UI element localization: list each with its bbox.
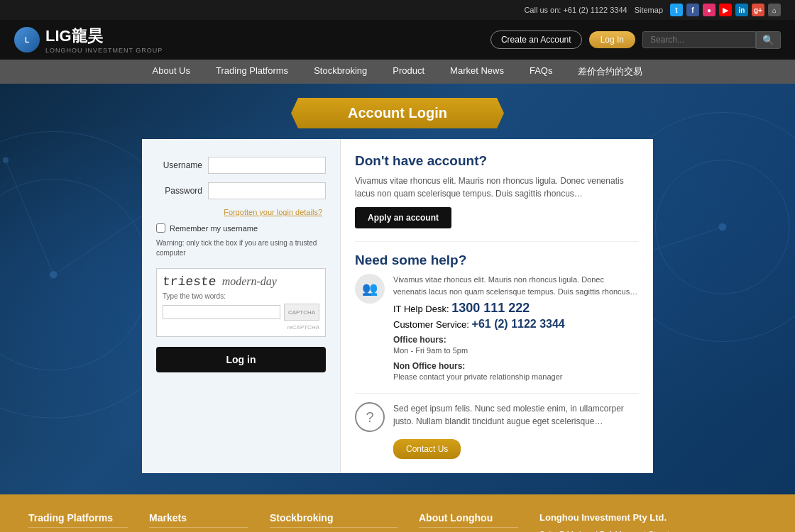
it-help-row: IT Help Desk: 1300 111 222 (393, 301, 639, 316)
footer-col3-title: Stockbroking (270, 512, 398, 528)
login-panel: Username Password Forgotten your login d… (142, 139, 341, 473)
apply-account-button[interactable]: Apply an account (355, 207, 451, 228)
header: L LIG龍昊 LONGHOU INVESTMENT GROUP Create … (0, 20, 795, 60)
instagram-icon-top[interactable]: ● (703, 4, 716, 16)
sitemap-link[interactable]: Sitemap (635, 6, 663, 14)
youtube-icon-top[interactable]: ▶ (719, 4, 732, 16)
nav-about-us[interactable]: About Us (140, 60, 203, 84)
search-input[interactable] (642, 31, 756, 48)
no-account-text: Vivamus vitae rhoncus elit. Mauris non r… (355, 174, 639, 200)
help-body-text: Vivamus vitae rhoncus elit. Mauris non r… (393, 274, 639, 297)
username-label: Username (156, 160, 202, 170)
footer-about-col: About Longhou Invest with us Client mone… (419, 512, 518, 532)
footer-trading-platforms: Trading Platforms CFD trading platform S… (28, 512, 128, 532)
captcha-words: trieste modern-day (163, 275, 319, 289)
help-people-icon: 👥 (355, 274, 385, 304)
nav-trading-platforms[interactable]: Trading Platforms (203, 60, 301, 84)
social-icons-top: t f ● ▶ in g+ ⌂ (670, 4, 781, 16)
nav-market-news[interactable]: Market News (437, 60, 517, 84)
it-help-label: IT Help Desk: (393, 304, 449, 314)
footer-address-col: Longhou Investment Pty Ltd. Suite 7.11, … (539, 512, 767, 532)
nav-chinese[interactable]: 差价合约的交易 (565, 60, 655, 84)
logo-name: LIG龍昊 (45, 27, 103, 45)
linkedin-icon-top[interactable]: in (735, 4, 748, 16)
forgot-link[interactable]: Forgotten your login details? (156, 208, 326, 216)
contact-body-text: Sed eget ipsum felis. Nunc sed molestie … (393, 402, 639, 428)
home-icon-top[interactable]: ⌂ (768, 4, 781, 16)
office-hours: Office hours: Mon - Fri 9am to 5pm (393, 334, 639, 357)
remember-row: Remember my username (156, 223, 326, 233)
cs-row: Customer Service: +61 (2) 1122 3344 (393, 318, 639, 331)
logo-sub: LONGHOU INVESTMENT GROUP (45, 47, 163, 54)
nav-stockbroking[interactable]: Stockbroking (301, 60, 380, 84)
nav-product[interactable]: Product (380, 60, 437, 84)
username-input[interactable] (208, 157, 326, 174)
password-label: Password (156, 186, 202, 196)
captcha-input-wrapper: CAPTCHA (163, 304, 319, 321)
login-button[interactable]: Log In (589, 31, 635, 48)
main-content: Username Password Forgotten your login d… (142, 139, 653, 473)
footer-address-title: Longhou Investment Pty Ltd. (539, 512, 767, 523)
help-title: Need some help? (355, 253, 639, 268)
password-field: Password (156, 182, 326, 199)
contact-text-group: Sed eget ipsum felis. Nunc sed molestie … (393, 402, 639, 459)
office-hours-title: Office hours: (393, 335, 446, 345)
non-office-text: Please contact your private relationship… (393, 371, 639, 383)
contact-row: ? Sed eget ipsum felis. Nunc sed molesti… (355, 402, 639, 459)
contact-question-icon: ? (355, 402, 385, 432)
svg-point-7 (50, 271, 57, 279)
captcha-word2: modern-day (222, 275, 277, 288)
logo-text-group: LIG龍昊 LONGHOU INVESTMENT GROUP (45, 26, 163, 54)
logo: L LIG龍昊 LONGHOU INVESTMENT GROUP (14, 26, 163, 54)
footer: Trading Platforms CFD trading platform S… (0, 494, 795, 532)
logo-icon: L (14, 27, 40, 52)
facebook-icon-top[interactable]: f (686, 4, 699, 16)
username-field: Username (156, 157, 326, 174)
non-office-title: Non Office hours: (393, 361, 465, 371)
non-office-hours: Non Office hours: Please contact your pr… (393, 360, 639, 383)
password-input[interactable] (208, 182, 326, 199)
captcha-image: CAPTCHA (284, 304, 319, 321)
help-section: Need some help? 👥 Vivamus vitae rhoncus … (355, 241, 639, 459)
svg-line-5 (6, 160, 53, 275)
captcha-label: Type the two words: (163, 292, 226, 300)
footer-top: Trading Platforms CFD trading platform S… (28, 512, 767, 532)
account-login-banner: Account Login (291, 98, 504, 128)
captcha-word1: trieste (162, 275, 216, 289)
footer-col2-title: Markets (149, 512, 248, 528)
footer-col4-title: About Longhou (419, 512, 518, 528)
cs-phone: +61 (2) 1122 3344 (472, 318, 565, 330)
warning-text: Warning: only tick the box if you are us… (156, 238, 326, 258)
captcha-input-row: Type the two words: (163, 292, 319, 300)
help-text: Vivamus vitae rhoncus elit. Mauris non r… (393, 274, 639, 384)
googleplus-icon-top[interactable]: g+ (752, 4, 764, 16)
svg-point-9 (3, 157, 9, 163)
captcha-box: trieste modern-day Type the two words: C… (156, 268, 326, 337)
captcha-logo: reCAPTCHA (163, 324, 319, 331)
nav: About Us Trading Platforms Stockbroking … (0, 60, 795, 84)
captcha-input[interactable] (163, 305, 280, 319)
info-panel: Don't have account? Vivamus vitae rhoncu… (341, 139, 653, 473)
no-account-title: Don't have account? (355, 153, 639, 169)
logon-button[interactable]: Log in (156, 347, 326, 372)
top-bar: Call us on: +61 (2) 1122 3344 Sitemap t … (0, 0, 795, 20)
svg-point-1 (0, 179, 149, 370)
search-button[interactable]: 🔍 (756, 31, 781, 49)
nav-faqs[interactable]: FAQs (517, 60, 566, 84)
footer-markets: Markets Forex Indices Shares Commodities… (149, 512, 248, 532)
contact-us-button[interactable]: Contact Us (393, 439, 461, 459)
call-us-text: Call us on: +61 (2) 1122 3344 (524, 6, 627, 14)
footer-col1-title: Trading Platforms (28, 512, 128, 528)
hero-section: Account Login Username Password Forgotte… (0, 84, 795, 494)
footer-stockbroking-col: Stockbroking Investing with us Our rates… (270, 512, 398, 532)
remember-label: Remember my username (170, 224, 258, 233)
search-box: 🔍 (642, 31, 781, 49)
cs-label: Customer Service: (393, 319, 469, 330)
contact-section: ? Sed eget ipsum felis. Nunc sed molesti… (355, 393, 639, 459)
twitter-icon-top[interactable]: t (670, 4, 683, 16)
office-hours-text: Mon - Fri 9am to 5pm (393, 345, 639, 357)
header-right: Create an Account Log In 🔍 (490, 31, 781, 49)
remember-checkbox[interactable] (156, 223, 165, 233)
create-account-button[interactable]: Create an Account (490, 31, 582, 49)
svg-point-10 (718, 223, 726, 231)
